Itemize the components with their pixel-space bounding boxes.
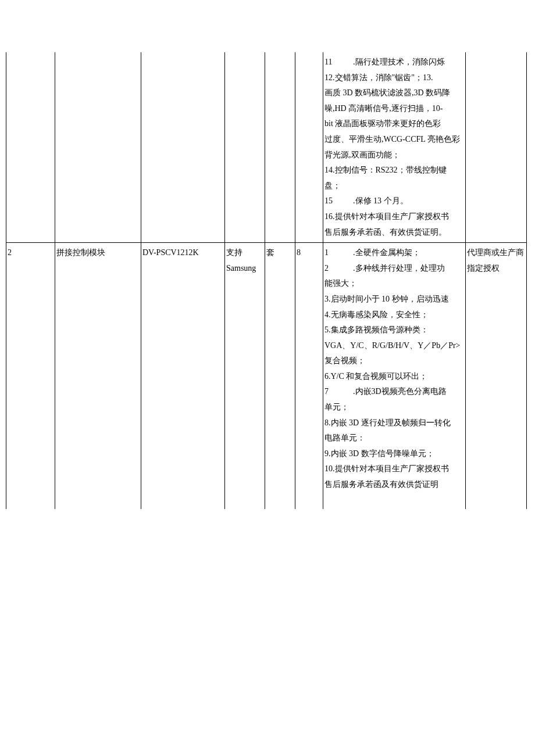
spec-line-text: .全硬件金属构架； — [353, 248, 420, 257]
cell-brand — [225, 52, 265, 243]
cell-model — [141, 52, 225, 243]
spec-line-number: 7 — [324, 384, 353, 400]
cell-auth — [466, 52, 527, 243]
brand-line2: Samsung — [226, 264, 256, 273]
spec-line: 3.启动时间小于 10 秒钟，启动迅速 — [324, 292, 464, 307]
cell-seq — [6, 52, 55, 243]
cell-seq: 2 — [6, 243, 55, 509]
cell-spec: 11.隔行处理技术，消除闪烁12.交错算法，消除"锯齿"；13.画质 3D 数码… — [323, 52, 466, 243]
cell-qty: 8 — [295, 243, 323, 509]
spec-line-text: .多种线并行处理，处理功 — [353, 264, 445, 273]
auth-line2: 指定授权 — [467, 264, 500, 273]
spec-line: 2.多种线并行处理，处理功 — [324, 261, 464, 277]
spec-line: 15.保修 13 个月。 — [324, 194, 464, 209]
spec-line: 14.控制信号：RS232；带线控制键 — [324, 163, 464, 178]
brand-line1: 支持 — [226, 248, 242, 257]
spec-line: 画质 3D 数码梳状滤波器,3D 数码降 — [324, 85, 464, 101]
spec-line: 6.Y/C 和复合视频可以环出； — [324, 369, 464, 385]
spec-line: 售后服务承若函、有效供货证明。 — [324, 225, 464, 241]
spec-line: 16.提供针对本项目生产厂家授权书 — [324, 209, 464, 225]
spec-line: 售后服务承若函及有效供货证明 — [324, 477, 464, 493]
spec-line-text: .内嵌3D视频亮色分离电路 — [353, 387, 447, 396]
spec-line: 9.内嵌 3D 数字信号降噪单元； — [324, 446, 464, 462]
cell-auth: 代理商或生产商 指定授权 — [466, 243, 527, 509]
spec-line: 电路单元： — [324, 431, 464, 446]
cell-brand: 支持 Samsung — [225, 243, 265, 509]
spec-line-number: 11 — [324, 55, 353, 70]
spec-line: 12.交错算法，消除"锯齿"；13. — [324, 70, 464, 86]
cell-name — [55, 52, 141, 243]
spec-line: 过度、平滑生动,WCG-CCFL 亮艳色彩 — [324, 132, 464, 148]
cell-unit: 套 — [265, 243, 295, 509]
spec-line: 11.隔行处理技术，消除闪烁 — [324, 55, 464, 70]
spec-line: 1.全硬件金属构架； — [324, 245, 464, 261]
spec-line-text: .隔行处理技术，消除闪烁 — [353, 58, 445, 66]
cell-spec: 1.全硬件金属构架；2.多种线并行处理，处理功能强大；3.启动时间小于 10 秒… — [323, 243, 466, 509]
auth-line1: 代理商或生产商 — [467, 248, 524, 257]
spec-line: 噪,HD 高清晰信号,逐行扫描，10- — [324, 101, 464, 117]
table-row: 2 拼接控制模块 DV-PSCV1212K 支持 Samsung 套 8 1.全… — [6, 243, 527, 509]
spec-line: 单元； — [324, 400, 464, 415]
spec-table: 11.隔行处理技术，消除闪烁12.交错算法，消除"锯齿"；13.画质 3D 数码… — [6, 52, 527, 509]
cell-model: DV-PSCV1212K — [141, 243, 225, 509]
cell-unit — [265, 52, 295, 243]
spec-line: 盘； — [324, 178, 464, 194]
cell-name: 拼接控制模块 — [55, 243, 141, 509]
spec-line: 5.集成多路视频信号源种类： — [324, 323, 464, 338]
cell-qty — [295, 52, 323, 243]
spec-line-number: 1 — [324, 245, 353, 261]
spec-line: 复合视频； — [324, 353, 464, 369]
spec-line: 能强大； — [324, 276, 464, 292]
spec-line: 8.内嵌 3D 逐行处理及帧频归一转化 — [324, 415, 464, 431]
spec-line: 7.内嵌3D视频亮色分离电路 — [324, 384, 464, 400]
table-row: 11.隔行处理技术，消除闪烁12.交错算法，消除"锯齿"；13.画质 3D 数码… — [6, 52, 527, 243]
spec-line-number: 2 — [324, 261, 353, 277]
spec-line: bit 液晶面板驱动带来更好的色彩 — [324, 116, 464, 132]
spec-line: 4.无病毒感染风险，安全性； — [324, 307, 464, 323]
document-page: 11.隔行处理技术，消除闪烁12.交错算法，消除"锯齿"；13.画质 3D 数码… — [0, 0, 535, 509]
spec-line: VGA、Y/C、R/G/B/H/V、Y／Pb／Pr> — [324, 338, 464, 354]
spec-line: 背光源,双画面功能； — [324, 148, 464, 163]
spec-line-text: .保修 13 个月。 — [353, 196, 408, 205]
spec-line-number: 15 — [324, 194, 353, 209]
spec-line: 10.提供针对本项目生产厂家授权书 — [324, 461, 464, 477]
